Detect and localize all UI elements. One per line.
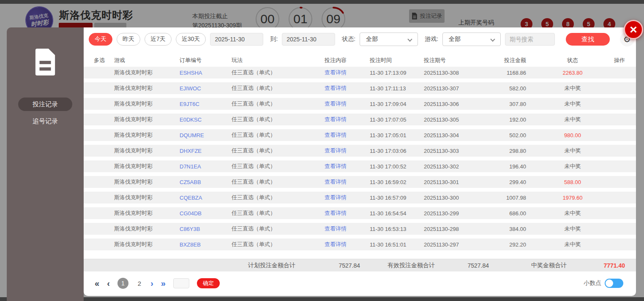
valid-total-label: 有效投注金额合计: [387, 262, 451, 269]
view-details-link[interactable]: 查看详情: [325, 209, 370, 217]
col-status: 状态: [535, 57, 611, 64]
date-to-input[interactable]: [282, 33, 335, 46]
row-period: 20251130-306: [424, 101, 488, 107]
row-game: 斯洛伐克时时彩: [114, 194, 180, 201]
row-game: 斯洛伐克时时彩: [114, 84, 180, 92]
confirm-button[interactable]: 确定: [197, 278, 220, 288]
row-amount: 384.00: [488, 226, 535, 232]
first-page-icon[interactable]: «: [95, 279, 99, 287]
table-row: 斯洛伐克时时彩C86Y3B任三直选（单式）查看详情11-30 16:53:132…: [84, 223, 636, 235]
decimal-label: 小数点: [584, 279, 601, 287]
view-details-link[interactable]: 查看详情: [325, 69, 370, 76]
page-button-2[interactable]: 2: [136, 280, 143, 287]
order-id-link[interactable]: CG04DB: [180, 210, 232, 217]
summary-band: 计划投注金额合计 7527.84 有效投注金额合计 7527.84 中奖金额合计…: [84, 259, 636, 271]
row-amount: 192.00: [488, 117, 535, 123]
quick-filter-button[interactable]: 近30天: [176, 33, 206, 46]
order-id-link[interactable]: CZ5ABB: [180, 179, 232, 185]
row-time: 11-30 17:00:52: [370, 163, 424, 170]
row-game: 斯洛伐克时时彩: [114, 241, 180, 248]
date-from-input[interactable]: [210, 33, 263, 46]
modal-panel: 今天昨天近7天近30天 到: 状态: 全部 游戏: 全部 查找 ⚙ 多选 游戏: [84, 27, 636, 296]
quick-filter-button[interactable]: 昨天: [117, 33, 140, 46]
row-time: 11-30 16:51:01: [370, 241, 424, 248]
row-time: 11-30 16:59:02: [370, 179, 424, 185]
prev-page-icon[interactable]: ‹: [107, 279, 110, 287]
view-details-link[interactable]: 查看详情: [325, 241, 370, 248]
view-details-link[interactable]: 查看详情: [325, 194, 370, 201]
next-page-icon[interactable]: ›: [150, 279, 153, 287]
row-status: 未中奖: [535, 147, 611, 155]
table-row: 斯洛伐克时时彩E9JT6C任三直选（单式）查看详情11-30 17:09:042…: [84, 98, 636, 110]
row-status: 未中奖: [535, 116, 611, 123]
row-time: 11-30 16:53:13: [370, 226, 424, 232]
row-amount: 298.80: [488, 148, 535, 154]
row-amount: 686.00: [488, 210, 535, 217]
order-id-link[interactable]: ESHSHA: [180, 70, 232, 76]
view-details-link[interactable]: 查看详情: [325, 116, 370, 123]
row-status: 未中奖: [535, 225, 611, 233]
view-details-link[interactable]: 查看详情: [325, 225, 370, 233]
search-button[interactable]: 查找: [566, 33, 610, 46]
table-row: 斯洛伐克时时彩CQEBZA任三直选（单式）查看详情11-30 16:57:092…: [84, 192, 636, 203]
quick-filter-button[interactable]: 近7天: [145, 33, 172, 46]
order-id-link[interactable]: E9JT6C: [180, 101, 232, 107]
quick-filter-group: 今天昨天近7天近30天: [89, 33, 206, 46]
view-details-link[interactable]: 查看详情: [325, 163, 370, 170]
col-period: 投注期号: [424, 57, 488, 64]
quick-filter-button[interactable]: 今天: [89, 33, 112, 46]
page-button-1[interactable]: 1: [117, 278, 128, 289]
order-id-link[interactable]: CQEBZA: [180, 195, 232, 201]
sidebar-item-chase-records[interactable]: 追号记录: [18, 114, 72, 128]
order-id-link[interactable]: C86Y3B: [180, 226, 232, 232]
row-play: 任三直选（单式）: [232, 84, 325, 92]
view-details-link[interactable]: 查看详情: [325, 178, 370, 186]
row-play: 任三直选（单式）: [232, 147, 325, 155]
row-period: 20251130-304: [424, 132, 488, 138]
last-page-icon[interactable]: »: [161, 279, 166, 287]
decimal-toggle-group: 小数点: [584, 279, 623, 288]
game-label: 游戏:: [425, 35, 438, 43]
page-jump-input[interactable]: [173, 278, 189, 288]
table-row: 斯洛伐克时时彩D7N1EA任三直选（单式）查看详情11-30 17:00:522…: [84, 160, 636, 172]
close-modal-button[interactable]: ×: [624, 20, 643, 39]
col-amount: 投注金额: [488, 57, 535, 64]
chevron-down-icon: [407, 37, 412, 41]
order-id-link[interactable]: D7N1EA: [180, 163, 232, 170]
row-amount: 299.40: [488, 179, 535, 185]
sidebar-item-bet-records[interactable]: 投注记录: [18, 98, 72, 111]
row-game: 斯洛伐克时时彩: [114, 69, 180, 76]
view-details-link[interactable]: 查看详情: [325, 100, 370, 108]
filter-bar: 今天昨天近7天近30天 到: 状态: 全部 游戏: 全部 查找 ⚙: [89, 33, 636, 46]
game-select[interactable]: 全部: [442, 33, 501, 46]
view-details-link[interactable]: 查看详情: [325, 147, 370, 155]
order-id-link[interactable]: DQUMRE: [180, 132, 232, 138]
table-row: 斯洛伐克时时彩E0DKSC任三直选（单式）查看详情11-30 17:07:052…: [84, 114, 636, 125]
row-play: 任三直选（单式）: [232, 241, 325, 248]
view-details-link[interactable]: 查看详情: [325, 84, 370, 92]
row-time: 11-30 17:05:01: [370, 132, 424, 138]
table-body: 斯洛伐克时时彩ESHSHA任三直选（单式）查看详情11-30 17:13:092…: [84, 67, 636, 250]
order-id-link[interactable]: BXZ8EB: [180, 241, 232, 248]
order-id-link[interactable]: DHXFZE: [180, 148, 232, 154]
row-amount: 1168.86: [488, 70, 535, 76]
row-time: 11-30 16:57:09: [370, 195, 424, 201]
order-id-link[interactable]: E0DKSC: [180, 117, 232, 123]
pagination-bar: « ‹ 1 2 › » 确定 小数点: [84, 275, 636, 292]
plan-total-label: 计划投注金额合计: [248, 262, 311, 269]
row-amount: 307.80: [488, 101, 535, 107]
period-search-input[interactable]: [505, 33, 555, 46]
row-period: 20251130-302: [424, 163, 488, 170]
order-id-link[interactable]: EJIWOC: [180, 85, 232, 92]
view-details-link[interactable]: 查看详情: [325, 131, 370, 139]
row-amount: 502.00: [488, 132, 535, 138]
table-row: 斯洛伐克时时彩DQUMRE任三直选（单式）查看详情11-30 17:05:012…: [84, 129, 636, 141]
status-select[interactable]: 全部: [360, 33, 418, 46]
row-status: 未中奖: [535, 100, 611, 108]
table-row: 斯洛伐克时时彩CG04DB任三直选（单式）查看详情11-30 16:54:542…: [84, 207, 636, 219]
row-game: 斯洛伐克时时彩: [114, 163, 180, 170]
row-status: 1979.60: [535, 195, 611, 201]
row-status: 未中奖: [535, 163, 611, 170]
records-document-icon: [34, 49, 57, 76]
decimal-toggle[interactable]: [605, 279, 623, 288]
